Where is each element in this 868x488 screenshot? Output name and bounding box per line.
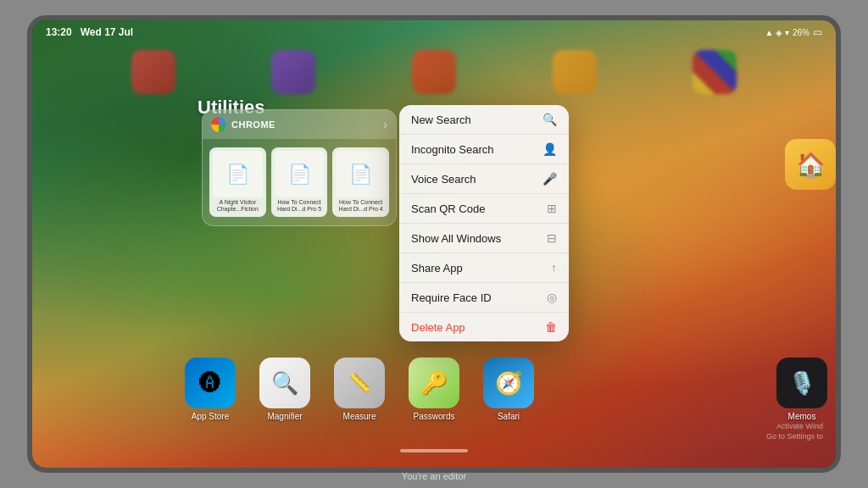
incognito-icon: 👤 xyxy=(542,142,557,156)
page-subtitle-area: You're an editor xyxy=(0,468,868,483)
qr-icon: ⊞ xyxy=(547,202,557,215)
blurred-icon-3 xyxy=(412,50,456,94)
menu-item-new-search[interactable]: New Search 🔍 xyxy=(399,105,569,135)
memos-app[interactable]: 🎙️ Memos xyxy=(776,358,827,421)
menu-label-incognito-search: Incognito Search xyxy=(411,143,494,156)
tab-preview-3: 📄 xyxy=(336,151,386,197)
chrome-card-arrow[interactable]: › xyxy=(383,118,387,131)
magnifier-label: Magnifier xyxy=(267,412,302,421)
mic-icon: 🎤 xyxy=(542,172,557,186)
signal-icon: ▲ ◈ ▾ xyxy=(765,28,789,37)
blurred-icon-2 xyxy=(271,50,315,94)
memos-icon: 🎙️ xyxy=(776,358,827,408)
chrome-preview-card[interactable]: CHROME › 📄 A Night Visitor Chapte...Fict… xyxy=(202,109,397,226)
chrome-tab-2[interactable]: 📄 How To Connect Hard Di...d Pro 5 xyxy=(271,147,328,217)
chrome-card-header: CHROME › xyxy=(203,110,396,139)
memos-label: Memos xyxy=(788,412,816,421)
home-app-icon[interactable]: 🏠 xyxy=(785,139,836,190)
activate-line2: Go to Settings to xyxy=(766,431,823,442)
tab-label-3: How To Connect Hard Di...d Pro 4 xyxy=(336,199,386,214)
tab-preview-1: 📄 xyxy=(213,151,263,197)
tab-preview-2: 📄 xyxy=(275,151,325,197)
status-bar: 13:20 Wed 17 Jul ▲ ◈ ▾ 26% ▭ xyxy=(32,20,836,44)
tab-label-2: How To Connect Hard Di...d Pro 5 xyxy=(275,199,325,214)
menu-label-require-face-id: Require Face ID xyxy=(411,291,492,304)
blurred-icon-4 xyxy=(553,50,597,94)
new-search-icon: 🔍 xyxy=(542,113,557,126)
bottom-apps-row: 🅐 App Store 🔍 Magnifier 📏 Measure 🔑 xyxy=(185,358,534,421)
measure-item[interactable]: 📏 Measure xyxy=(334,358,385,421)
face-id-icon: ◎ xyxy=(547,291,557,304)
app-store-item[interactable]: 🅐 App Store xyxy=(185,358,236,421)
safari-item[interactable]: 🧭 Safari xyxy=(483,358,534,421)
menu-item-show-all-windows[interactable]: Show All Windows ⊟ xyxy=(399,224,569,253)
chrome-tabs-row: 📄 A Night Visitor Chapte...Fiction 📄 How… xyxy=(203,139,396,225)
home-indicator xyxy=(400,449,468,452)
passwords-item[interactable]: 🔑 Passwords xyxy=(409,358,459,421)
menu-label-share-app: Share App xyxy=(411,262,463,274)
magnifier-item[interactable]: 🔍 Magnifier xyxy=(259,358,310,421)
menu-item-require-face-id[interactable]: Require Face ID ◎ xyxy=(399,283,569,313)
date: Wed 17 Jul xyxy=(81,26,133,38)
blurred-icon-1 xyxy=(131,50,175,94)
app-store-label: App Store xyxy=(192,412,229,421)
ipad-screen: 13:20 Wed 17 Jul ▲ ◈ ▾ 26% ▭ Utilities xyxy=(32,20,836,468)
chrome-card-title: CHROME xyxy=(231,119,275,130)
measure-icon: 📏 xyxy=(334,358,385,408)
magnifier-icon: 🔍 xyxy=(259,358,310,408)
ipad-frame: 13:20 Wed 17 Jul ▲ ◈ ▾ 26% ▭ Utilities xyxy=(27,15,841,473)
menu-label-scan-qr: Scan QR Code xyxy=(411,202,485,215)
measure-label: Measure xyxy=(343,412,376,421)
chrome-icon xyxy=(211,117,226,132)
menu-item-share-app[interactable]: Share App ↑ xyxy=(399,253,569,283)
page-subtitle: You're an editor xyxy=(402,471,466,481)
menu-label-voice-search: Voice Search xyxy=(411,173,476,186)
menu-item-scan-qr[interactable]: Scan QR Code ⊞ xyxy=(399,194,569,224)
status-time: 13:20 Wed 17 Jul xyxy=(46,26,133,38)
passwords-icon: 🔑 xyxy=(409,358,459,408)
passwords-label: Passwords xyxy=(414,412,455,421)
tab-label-1: A Night Visitor Chapte...Fiction xyxy=(213,199,263,214)
windows-icon: ⊟ xyxy=(547,231,557,245)
menu-item-incognito-search[interactable]: Incognito Search 👤 xyxy=(399,135,569,164)
safari-label: Safari xyxy=(498,412,520,421)
battery-level: 26% xyxy=(793,28,810,37)
menu-label-new-search: New Search xyxy=(411,114,471,126)
top-icons-blurred xyxy=(32,50,836,94)
status-right: ▲ ◈ ▾ 26% ▭ xyxy=(765,26,822,38)
menu-item-delete-app[interactable]: Delete App 🗑 xyxy=(399,313,569,341)
trash-icon: 🗑 xyxy=(545,320,557,334)
blurred-icon-5 xyxy=(693,50,737,94)
chrome-tab-3[interactable]: 📄 How To Connect Hard Di...d Pro 4 xyxy=(332,147,389,217)
activate-line1: Activate Wind xyxy=(766,421,823,432)
menu-item-voice-search[interactable]: Voice Search 🎤 xyxy=(399,164,569,194)
share-icon: ↑ xyxy=(551,261,557,274)
menu-label-delete-app: Delete App xyxy=(411,321,465,334)
chrome-tab-1[interactable]: 📄 A Night Visitor Chapte...Fiction xyxy=(209,147,266,217)
safari-icon: 🧭 xyxy=(483,358,534,408)
app-store-icon: 🅐 xyxy=(185,358,236,408)
context-menu: New Search 🔍 Incognito Search 👤 Voice Se… xyxy=(399,105,569,341)
time: 13:20 xyxy=(46,26,72,38)
battery-icon: ▭ xyxy=(813,26,822,38)
activate-windows-notice: Activate Wind Go to Settings to xyxy=(766,421,823,442)
menu-label-show-all-windows: Show All Windows xyxy=(411,232,501,245)
